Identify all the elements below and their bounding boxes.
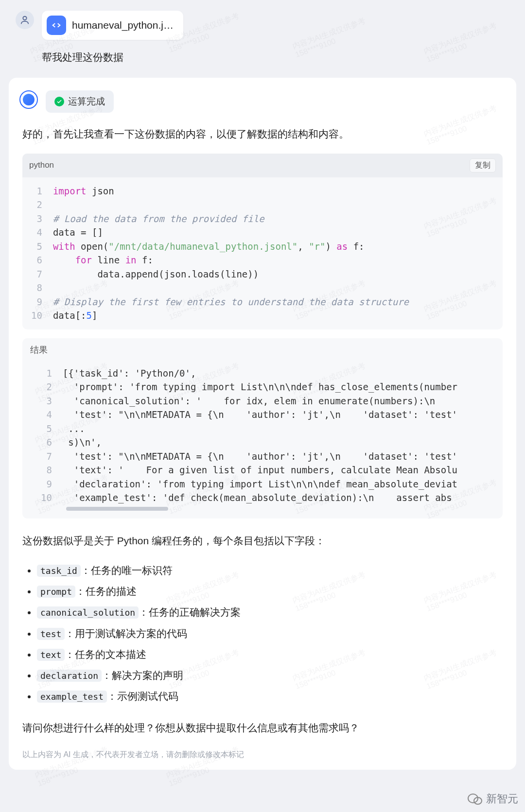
ai-intro-text: 好的，首先让我查看一下这份数据的内容，以便了解数据的结构和内容。 bbox=[22, 125, 503, 143]
user-message: humaneval_python.j… 帮我处理这份数据 bbox=[0, 0, 525, 69]
code-line: data[:5] bbox=[53, 309, 409, 323]
summary-text: 这份数据似乎是关于 Python 编程任务的，每个条目包括以下字段： bbox=[22, 532, 503, 550]
check-icon bbox=[54, 97, 64, 106]
code-line: with open("/mnt/data/humaneval_python.js… bbox=[53, 240, 409, 254]
code-line: for line in f: bbox=[53, 253, 409, 267]
status-badge: 运算完成 bbox=[46, 90, 114, 113]
list-item: canonical_solution：任务的正确解决方案 bbox=[37, 602, 503, 622]
result-line: 'canonical_solution': ' for idx, elem in… bbox=[63, 394, 494, 408]
result-label: 结果 bbox=[22, 338, 503, 362]
horizontal-scrollbar[interactable] bbox=[66, 507, 168, 511]
code-line bbox=[53, 198, 409, 212]
result-line: 'example_test': 'def check(mean_absolute… bbox=[63, 491, 494, 505]
code-line: # Display the first few entries to under… bbox=[53, 295, 409, 309]
code-line: data = [] bbox=[53, 225, 409, 240]
user-prompt-text: 帮我处理这份数据 bbox=[42, 51, 509, 64]
code-language-label: python bbox=[29, 160, 54, 170]
result-line: 'prompt': 'from typing import List\n\n\n… bbox=[63, 380, 494, 394]
result-line: 'declaration': 'from typing import List\… bbox=[63, 477, 494, 491]
copy-button[interactable]: 复制 bbox=[470, 158, 496, 173]
ai-avatar-icon bbox=[19, 90, 38, 109]
result-block: 结果 12345678910 [{'task_id': 'Python/0', … bbox=[22, 338, 503, 518]
code-block: python 复制 12345678910 import json # Load… bbox=[22, 154, 503, 329]
list-item: declaration：解决方案的声明 bbox=[37, 665, 503, 686]
line-gutter: 12345678910 bbox=[31, 184, 42, 323]
file-name: humaneval_python.j… bbox=[72, 19, 174, 31]
source-watermark: 新智元 bbox=[468, 792, 518, 806]
field-list: task_id：任务的唯一标识符 prompt：任务的描述 canonical_… bbox=[25, 560, 503, 706]
status-text: 运算完成 bbox=[68, 95, 105, 108]
file-attachment[interactable]: humaneval_python.j… bbox=[42, 11, 183, 40]
list-item: text：任务的文本描述 bbox=[37, 644, 503, 665]
svg-point-0 bbox=[23, 17, 26, 20]
result-line: s)\n', bbox=[63, 435, 494, 449]
watermark-text: 新智元 bbox=[486, 792, 518, 806]
code-file-icon bbox=[47, 16, 66, 35]
result-gutter: 12345678910 bbox=[31, 366, 52, 505]
result-line: 'test': "\n\nMETADATA = {\n 'author': 'j… bbox=[63, 408, 494, 422]
list-item: example_test：示例测试代码 bbox=[37, 686, 503, 707]
code-content[interactable]: import json # Load the data from the pro… bbox=[53, 184, 409, 323]
code-line: import json bbox=[53, 184, 409, 198]
list-item: prompt：任务的描述 bbox=[37, 581, 503, 602]
code-line: data.append(json.loads(line)) bbox=[53, 267, 409, 281]
result-line: 'text': ' For a given list of input numb… bbox=[63, 463, 494, 477]
followup-question: 请问你想进行什么样的处理？你想从数据中提取什么信息或有其他需求吗？ bbox=[22, 719, 503, 737]
code-line bbox=[53, 281, 409, 295]
result-line: 'test': "\n\nMETADATA = {\n 'author': 'j… bbox=[63, 449, 494, 464]
result-content[interactable]: [{'task_id': 'Python/0', 'prompt': 'from… bbox=[63, 366, 494, 505]
user-avatar-icon bbox=[16, 11, 34, 29]
list-item: test：用于测试解决方案的代码 bbox=[37, 623, 503, 644]
list-item: task_id：任务的唯一标识符 bbox=[37, 560, 503, 581]
result-line: [{'task_id': 'Python/0', bbox=[63, 366, 494, 380]
ai-disclaimer: 以上内容为 AI 生成，不代表开发者立场，请勿删除或修改本标记 bbox=[22, 750, 503, 760]
code-line: # Load the data from the provided file bbox=[53, 212, 409, 226]
wechat-icon bbox=[468, 793, 483, 805]
ai-response-card: 运算完成 好的，首先让我查看一下这份数据的内容，以便了解数据的结构和内容。 py… bbox=[9, 78, 516, 770]
result-line: ... bbox=[63, 422, 494, 436]
